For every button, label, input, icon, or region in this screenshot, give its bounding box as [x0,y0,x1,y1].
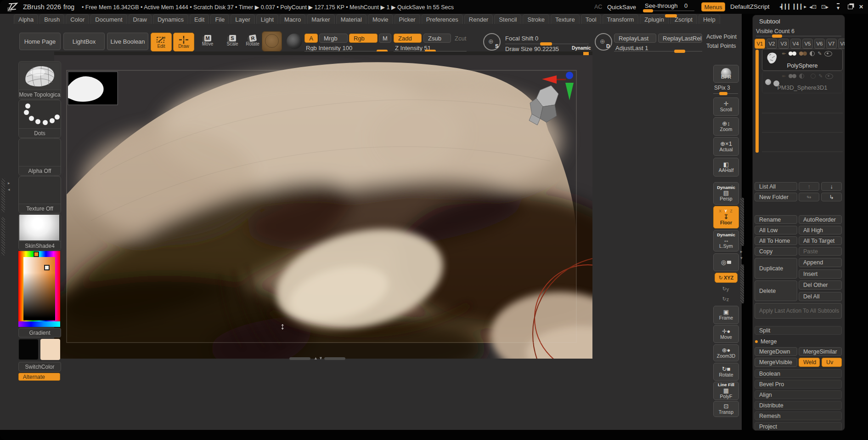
menu-help[interactable]: Help [699,14,720,24]
quicksave-button[interactable]: QuickSave [607,4,636,11]
zoom-ui-in-icon[interactable]: ▎▎▎▸ [794,4,806,10]
rgb-button[interactable]: Rgb [349,34,378,43]
paste-button[interactable]: Paste [799,247,842,256]
left-tray-grip2[interactable] [1,217,5,256]
rotate-view-button[interactable]: ↻■ Rotate [713,363,739,381]
zoom-ui-out-icon[interactable]: ◂▎▎▎ [779,4,792,10]
subtool-item-selected[interactable]: ↞ ✎ PolySphere [762,49,843,71]
seethrough-slider-handle[interactable] [643,9,653,12]
right-tray-grip[interactable] [740,198,744,246]
subtool-title[interactable]: Subtool [759,18,780,25]
zoom3d-button[interactable]: ⊕● Zoom3D [713,344,739,361]
menu-file[interactable]: File [210,14,229,24]
merge-down-button[interactable]: MergeDown [755,347,797,356]
menu-color[interactable]: Color [66,14,89,24]
canvas-hscroll-right[interactable] [324,357,345,360]
menu-marker[interactable]: Marker [307,14,334,24]
menu-picker[interactable]: Picker [395,14,420,24]
goto-arrow-icon[interactable]: ↞ [782,51,786,57]
insert-button[interactable]: Insert [799,269,842,279]
home-page-button[interactable]: Home Page [19,33,61,50]
canvas-top-orange-marker[interactable] [583,52,589,55]
autoreorder-button[interactable]: AutoReorder [799,215,842,224]
alpha-channel-button[interactable]: A [304,34,318,43]
subtool-tab-v7[interactable]: V7 [826,39,837,49]
del-all-button[interactable]: Del All [799,292,842,301]
right-tray-grip2[interactable] [740,264,744,303]
current-material-slot[interactable]: SkinShade4 [18,214,61,251]
restore-button[interactable] [845,3,855,11]
material-fill-icon[interactable] [799,51,803,56]
aahalf-button[interactable]: ◧ AAHalf [713,158,739,177]
menu-movie[interactable]: Movie [368,14,393,24]
current-texture-thumb[interactable]: Texture Off [18,176,61,213]
gradient-label[interactable]: Gradient [18,328,61,337]
visibility-eye-icon[interactable] [824,51,832,57]
floor-button[interactable]: X Y Z ↧ Floor [713,206,739,229]
scroll-up-arrow[interactable]: ▲ [314,356,318,360]
scroll-down-arrow[interactable]: ▼ [319,356,323,360]
depth-compass-icon[interactable]: ⊕ D [595,33,612,51]
menu-macro[interactable]: Macro [280,14,305,24]
visible-count-slider[interactable] [756,36,841,36]
paintbrush-icon[interactable]: ✎ [818,73,823,79]
subtool-tab-v4[interactable]: V4 [790,39,801,49]
apply-last-action-button[interactable]: Apply Last Action To All Subtools [755,303,842,319]
new-folder-button[interactable]: New Folder [755,193,797,201]
all-high-button[interactable]: All High [799,226,842,234]
draw-button[interactable]: Draw [173,33,194,51]
menu-dynamics[interactable]: Dynamics [153,14,188,24]
split-section[interactable]: Split [755,326,842,335]
menu-render[interactable]: Render [464,14,493,24]
rotate-button[interactable]: R Rotate [243,35,262,46]
left-tray-open-arrow[interactable]: ▸ [8,181,10,185]
all-to-home-button[interactable]: All To Home [755,236,797,245]
move-button[interactable]: M Move [198,35,217,46]
adjust-last-handle[interactable] [674,50,685,53]
live-boolean-button[interactable]: Live Boolean [107,33,148,50]
default-zscript-button[interactable]: DefaultZScript [730,3,770,10]
subtool-item-name[interactable]: PolySphere [762,62,842,69]
move-down-button[interactable]: ↓ [821,182,842,191]
move-view-button[interactable]: ✛● Move [713,325,739,343]
menu-tool[interactable]: Tool [581,14,601,24]
current-alpha-thumb[interactable]: Alpha Off [18,138,61,176]
halftone-icon[interactable] [810,51,815,56]
distribute-section[interactable]: Distribute [755,401,842,410]
tray-slider-handle[interactable] [665,14,677,17]
menu-alpha[interactable]: Alpha [14,14,38,24]
sv-square[interactable] [23,257,55,320]
subtool-tab-v3[interactable]: V3 [778,39,789,49]
secondary-color-swatch[interactable] [40,339,60,360]
visibility-eye-icon[interactable] [825,74,833,79]
subtool-tab-v6[interactable]: V6 [814,39,825,49]
rotate-xyz-button[interactable]: ↻ XYZ [715,273,738,283]
next-document-icon[interactable]: ⊡▸ [821,4,829,10]
material-fill-icon[interactable] [799,74,804,79]
polyf-button[interactable]: Line Fill ▦ PolyF [713,382,739,400]
replay-last-button[interactable]: ReplayLast [614,34,656,43]
merge-similar-button[interactable]: MergeSimilar [799,347,842,356]
align-section[interactable]: Align [755,390,842,399]
halftone-icon[interactable] [811,74,816,79]
menu-material[interactable]: Material [336,14,366,24]
subtool-tab-v2[interactable]: V2 [767,39,777,49]
append-button[interactable]: Append [799,258,842,267]
left-tray-close-arrow[interactable]: ◂ [8,188,10,192]
list-all-button[interactable]: List All [755,182,797,191]
right-tray-close-arrow[interactable]: ▾ [740,256,743,260]
lsym-button[interactable]: Dynamic ↔ L.Sym [713,230,739,251]
uv-button[interactable]: Uv [822,358,842,367]
menu-edit[interactable]: Edit [190,14,209,24]
draw-size-dynamic-label[interactable]: Dynamic [572,46,591,51]
spix-handle[interactable] [719,92,727,95]
bpr-button[interactable]: BPR [713,65,739,83]
zoom-button[interactable]: ⊕↕ Zoom [713,117,739,136]
close-button[interactable]: ✕ [856,3,866,11]
bevel-pro-section[interactable]: Bevel Pro [755,380,842,389]
switch-color-label[interactable]: SwitchColor [18,362,61,371]
subtool-tab-v5[interactable]: V5 [802,39,813,49]
merge-visible-button[interactable]: MergeVisible [755,358,797,367]
current-material-thumb[interactable] [262,31,282,51]
paintbrush-icon[interactable]: ✎ [817,51,822,57]
